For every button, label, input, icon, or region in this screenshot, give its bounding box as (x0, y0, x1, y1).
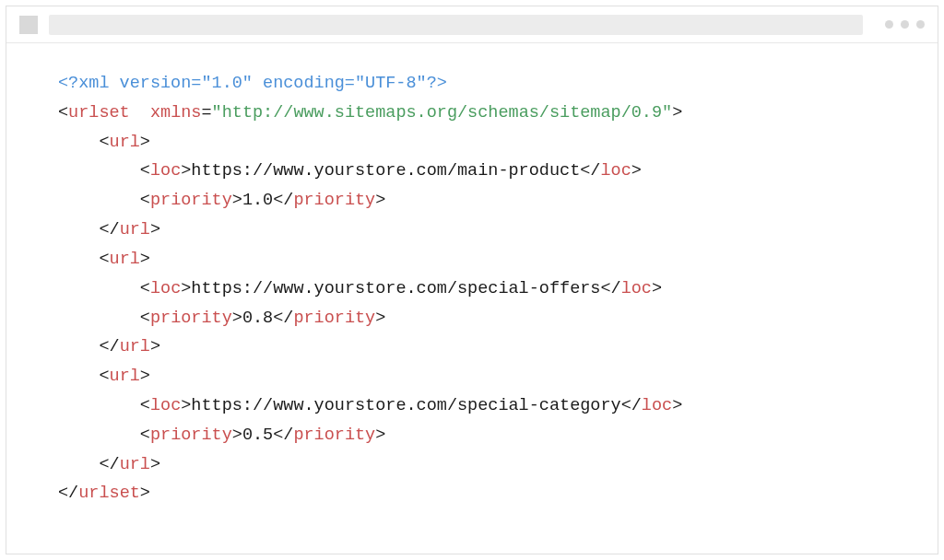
urlset-close-tag: urlset (78, 484, 140, 503)
url-open-tag: url (110, 367, 140, 386)
angle-open-slash: </ (99, 455, 119, 474)
angle-open-slash: </ (99, 220, 119, 239)
loc-open-tag: loc (150, 396, 181, 415)
angle-open-slash: </ (273, 191, 293, 210)
angle-open: < (140, 279, 150, 298)
angle-open: < (99, 133, 109, 152)
loc-value: https://www.yourstore.com/special-catego… (191, 396, 620, 415)
url-close-tag: url (120, 337, 150, 356)
angle-close: > (232, 426, 242, 445)
priority-close-tag: priority (293, 191, 375, 210)
angle-open: < (140, 161, 150, 181)
angle-close: > (232, 309, 242, 328)
xmlns-value: "http://www.sitemaps.org/schemas/sitemap… (212, 103, 673, 122)
angle-open-slash: </ (273, 426, 293, 445)
angle-open-slash: </ (273, 309, 293, 328)
angle-close: > (375, 309, 385, 328)
xml-declaration: <?xml version="1.0" encoding="UTF-8"?> (58, 74, 447, 93)
priority-open-tag: priority (150, 426, 232, 445)
angle-close: > (672, 103, 682, 122)
loc-close-tag: loc (621, 279, 652, 298)
code-viewport: <?xml version="1.0" encoding="UTF-8"?> <… (6, 43, 938, 554)
angle-close: > (140, 250, 150, 269)
angle-open-slash: </ (600, 279, 620, 298)
angle-open: < (99, 250, 109, 269)
angle-close: > (672, 396, 682, 415)
urlset-open-tag: urlset (68, 103, 130, 122)
window-dot-icon[interactable] (916, 20, 925, 29)
priority-close-tag: priority (293, 309, 375, 328)
loc-value: https://www.yourstore.com/main-product (191, 161, 580, 181)
window-controls (885, 20, 925, 29)
angle-open: < (58, 103, 68, 122)
url-close-tag: url (120, 220, 150, 239)
angle-close: > (150, 337, 160, 356)
angle-open-slash: </ (99, 337, 119, 356)
priority-value: 1.0 (242, 191, 273, 210)
url-close-tag: url (120, 455, 150, 474)
angle-close: > (150, 220, 160, 239)
angle-open: < (140, 309, 150, 328)
priority-open-tag: priority (150, 191, 232, 210)
window-dot-icon[interactable] (901, 20, 909, 29)
angle-close: > (375, 191, 385, 210)
angle-close: > (375, 426, 385, 445)
url-open-tag: url (110, 133, 140, 152)
angle-open: < (140, 426, 150, 445)
angle-close: > (140, 484, 150, 503)
angle-close: > (181, 161, 191, 181)
titlebar (6, 6, 938, 43)
angle-close: > (150, 455, 160, 474)
angle-close: > (181, 396, 191, 415)
angle-open: < (140, 396, 150, 415)
xml-code-block: <?xml version="1.0" encoding="UTF-8"?> <… (58, 69, 886, 508)
url-open-tag: url (110, 250, 140, 269)
angle-open-slash: </ (621, 396, 642, 415)
xmlns-attr: xmlns (150, 103, 202, 122)
equals: = (201, 103, 211, 122)
angle-close: > (232, 191, 242, 210)
browser-window: <?xml version="1.0" encoding="UTF-8"?> <… (6, 6, 938, 554)
loc-close-tag: loc (600, 161, 631, 181)
loc-close-tag: loc (642, 396, 672, 415)
priority-value: 0.5 (242, 426, 273, 445)
angle-close: > (140, 133, 150, 152)
address-bar[interactable] (49, 15, 863, 35)
loc-open-tag: loc (150, 279, 181, 298)
loc-open-tag: loc (150, 161, 181, 181)
priority-value: 0.8 (242, 309, 273, 328)
app-icon (19, 16, 38, 34)
angle-open-slash: </ (58, 484, 78, 503)
angle-close: > (631, 161, 642, 181)
angle-close: > (140, 367, 150, 386)
angle-open-slash: </ (580, 161, 600, 181)
angle-open: < (140, 191, 150, 210)
angle-close: > (652, 279, 662, 298)
angle-close: > (181, 279, 191, 298)
loc-value: https://www.yourstore.com/special-offers (191, 279, 600, 298)
window-dot-icon[interactable] (885, 20, 893, 29)
angle-open: < (99, 367, 109, 386)
priority-close-tag: priority (293, 426, 375, 445)
priority-open-tag: priority (150, 309, 232, 328)
